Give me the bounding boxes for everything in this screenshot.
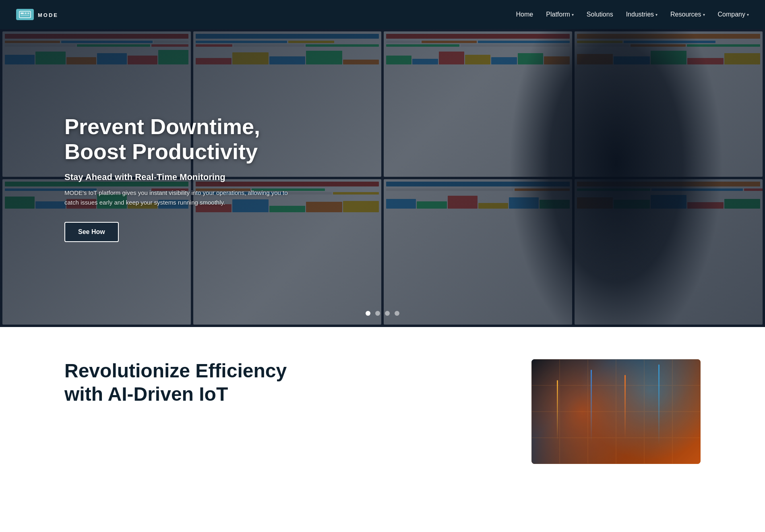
nav-item-industries[interactable]: Industries ▾	[626, 11, 657, 18]
carousel-dots	[366, 311, 399, 316]
chevron-down-icon: ▾	[655, 12, 657, 17]
efficiency-section: Revolutionize Efficiency with AI-Driven …	[0, 327, 765, 488]
nav-item-home[interactable]: Home	[516, 11, 533, 18]
svg-rect-3	[27, 12, 29, 14]
logo[interactable]: MODE	[16, 9, 58, 20]
nav-item-platform[interactable]: Platform ▾	[546, 11, 574, 18]
hero-cta-button[interactable]: See How	[64, 222, 119, 242]
svg-rect-1	[21, 12, 24, 14]
logo-text: MODE	[38, 12, 58, 18]
nav-item-resources[interactable]: Resources ▾	[670, 11, 705, 18]
efficiency-image	[531, 359, 701, 464]
svg-rect-2	[25, 12, 27, 14]
chevron-down-icon: ▾	[572, 12, 574, 17]
carousel-dot-3[interactable]	[385, 311, 390, 316]
hero-title: Prevent Downtime, Boost Productivity	[64, 114, 326, 164]
hero-subtitle: Stay Ahead with Real-Time Monitoring	[64, 172, 326, 182]
hero-description: MODE's IoT platform gives you instant vi…	[64, 188, 298, 207]
hero-content: Prevent Downtime, Boost Productivity Sta…	[64, 114, 326, 242]
svg-rect-0	[19, 11, 31, 18]
chevron-down-icon: ▾	[747, 12, 749, 17]
carousel-dot-1[interactable]	[366, 311, 370, 316]
efficiency-text: Revolutionize Efficiency with AI-Driven …	[64, 359, 499, 415]
carousel-dot-2[interactable]	[375, 311, 380, 316]
efficiency-title: Revolutionize Efficiency with AI-Driven …	[64, 359, 499, 406]
navbar: MODE Home Platform ▾ Solutions Industrie…	[0, 0, 765, 29]
chevron-down-icon: ▾	[703, 12, 705, 17]
hero-section: Prevent Downtime, Boost Productivity Sta…	[0, 29, 765, 327]
logo-icon	[16, 9, 34, 20]
carousel-dot-4[interactable]	[395, 311, 399, 316]
nav-item-solutions[interactable]: Solutions	[587, 11, 613, 18]
nav-menu: Home Platform ▾ Solutions Industries ▾ R…	[516, 11, 749, 18]
svg-rect-4	[21, 15, 29, 16]
nav-item-company[interactable]: Company ▾	[718, 11, 749, 18]
